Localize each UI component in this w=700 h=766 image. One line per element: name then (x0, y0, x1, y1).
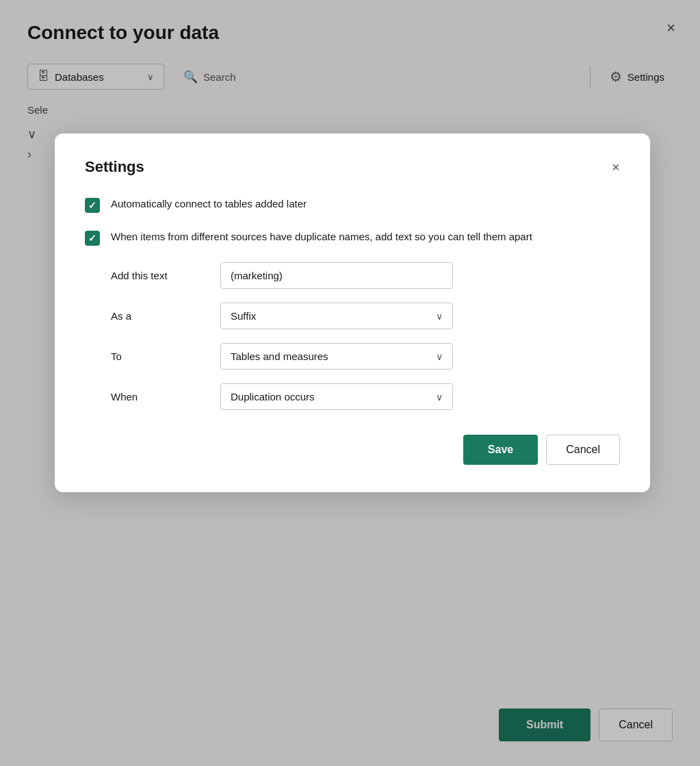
when-value: Duplication occurs (231, 391, 315, 403)
checkbox-2-label: When items from different sources have d… (111, 229, 532, 245)
settings-modal: Settings × ✓ Automatically connect to ta… (55, 133, 650, 492)
modal-footer: Save Cancel (85, 435, 620, 465)
modal-header: Settings × (85, 158, 620, 176)
checkbox-row-2: ✓ When items from different sources have… (85, 229, 620, 246)
checkmark-2-icon: ✓ (88, 233, 96, 244)
when-select[interactable]: Duplication occurs ∨ (220, 383, 453, 410)
checkbox-2[interactable]: ✓ (85, 231, 100, 246)
to-chevron-icon: ∨ (436, 351, 443, 362)
checkmark-1-icon: ✓ (88, 200, 96, 211)
save-button[interactable]: Save (463, 435, 538, 465)
to-select[interactable]: Tables and measures ∨ (220, 343, 453, 370)
checkbox-1-label: Automatically connect to tables added la… (111, 196, 307, 212)
checkbox-row-1: ✓ Automatically connect to tables added … (85, 196, 620, 213)
when-chevron-icon: ∨ (436, 392, 443, 403)
form-row-to: To Tables and measures ∨ (111, 343, 620, 370)
as-a-label: As a (111, 310, 220, 322)
to-label: To (111, 350, 220, 362)
form-row-as-a: As a Suffix ∨ (111, 303, 620, 329)
form-section: Add this text As a Suffix ∨ To Tables an… (111, 262, 620, 410)
when-label: When (111, 391, 220, 403)
checkbox-1[interactable]: ✓ (85, 198, 100, 213)
add-text-label: Add this text (111, 270, 220, 281)
as-a-select[interactable]: Suffix ∨ (220, 303, 453, 329)
to-value: Tables and measures (231, 350, 328, 362)
form-row-add-text: Add this text (111, 262, 620, 289)
as-a-chevron-icon: ∨ (436, 311, 443, 322)
cancel-button[interactable]: Cancel (546, 435, 620, 465)
modal-title: Settings (85, 158, 144, 176)
modal-close-icon[interactable]: × (612, 160, 620, 174)
add-text-input[interactable] (220, 262, 453, 289)
as-a-value: Suffix (231, 310, 256, 322)
form-row-when: When Duplication occurs ∨ (111, 383, 620, 410)
